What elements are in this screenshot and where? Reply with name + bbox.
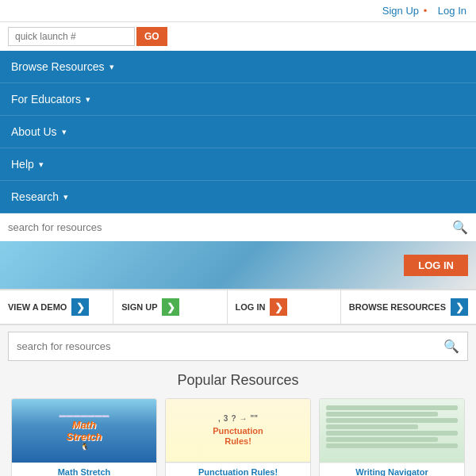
nav-overlay: Browse Resources ▾ For Educators ▾ About… xyxy=(0,51,476,241)
chevron-down-icon: ▾ xyxy=(39,159,44,170)
quick-launch-go-button[interactable]: GO xyxy=(136,27,167,46)
nav-item-for-educators[interactable]: For Educators ▾ xyxy=(0,83,476,116)
punctuation-rules-label: Punctuation Rules! xyxy=(166,463,310,476)
view-demo-label: VIEW A DEMO xyxy=(8,302,67,312)
nav-item-browse-resources[interactable]: Browse Resources ▾ xyxy=(0,51,476,83)
view-demo-arrow-icon: ❯ xyxy=(71,298,89,316)
chevron-down-icon: ▾ xyxy=(109,62,114,72)
quick-launch-bar: GO xyxy=(0,21,476,51)
log-in-label: LOG IN xyxy=(236,302,266,312)
login-link[interactable]: Log In xyxy=(438,5,466,17)
browse-resources-arrow-icon: ❯ xyxy=(451,298,468,316)
main-search-bar: 🔍 xyxy=(8,332,468,361)
action-bar: VIEW A DEMO ❯ SIGN UP ❯ LOG IN ❯ BROWSE … xyxy=(0,289,476,325)
resource-card-punctuation-rules[interactable]: , 3 ? → "" PunctuationRules! Punctuation… xyxy=(165,398,311,476)
sign-up-label: SIGN UP xyxy=(121,302,157,312)
browse-resources-label: BROWSE RESOURCES xyxy=(349,302,446,312)
main-search-input[interactable] xyxy=(17,340,443,352)
writing-navigator-thumbnail xyxy=(320,399,464,463)
resource-cards-container: ▬▬▬▬▬▬▬ MathStretch 🐧 Math Stretch , 3 ?… xyxy=(8,398,468,476)
chevron-down-icon: ▾ xyxy=(86,94,90,105)
quick-launch-input[interactable] xyxy=(8,27,135,46)
log-in-item[interactable]: LOG IN ❯ xyxy=(228,290,341,324)
search-icon: 🔍 xyxy=(452,220,468,235)
signup-link[interactable]: Sign Up xyxy=(382,5,419,17)
chevron-down-icon: ▾ xyxy=(63,192,68,202)
chevron-down-icon: ▾ xyxy=(62,127,67,137)
separator-dot: • xyxy=(424,5,428,17)
log-in-arrow-icon: ❯ xyxy=(270,298,287,316)
hero-banner: LOG IN xyxy=(0,241,476,289)
resource-card-writing-navigator[interactable]: Writing Navigator xyxy=(319,398,465,476)
nav-item-help[interactable]: Help ▾ xyxy=(0,148,476,181)
popular-resources-section: Popular Resources ▬▬▬▬▬▬▬ MathStretch 🐧 … xyxy=(0,364,476,476)
sign-up-item[interactable]: SIGN UP ❯ xyxy=(113,290,227,324)
writing-navigator-label: Writing Navigator xyxy=(320,463,464,476)
sign-up-arrow-icon: ❯ xyxy=(162,298,179,316)
browse-resources-item[interactable]: BROWSE RESOURCES ❯ xyxy=(341,290,476,324)
nav-item-research[interactable]: Research ▾ xyxy=(0,181,476,213)
math-stretch-thumbnail: ▬▬▬▬▬▬▬ MathStretch 🐧 xyxy=(12,399,156,463)
search-icon: 🔍 xyxy=(443,339,459,354)
resource-card-math-stretch[interactable]: ▬▬▬▬▬▬▬ MathStretch 🐧 Math Stretch xyxy=(11,398,157,476)
view-demo-item[interactable]: VIEW A DEMO ❯ xyxy=(0,290,113,324)
math-stretch-label: Math Stretch xyxy=(12,463,156,476)
nav-item-about-us[interactable]: About Us ▾ xyxy=(0,116,476,148)
punct-icons: , 3 ? → "" xyxy=(218,414,258,423)
punctuation-rules-thumbnail: , 3 ? → "" PunctuationRules! xyxy=(166,399,310,463)
hero-cta-button[interactable]: LOG IN xyxy=(404,255,468,276)
nav-search-bar: 🔍 xyxy=(0,213,476,241)
top-bar: Sign Up • Log In xyxy=(0,0,476,21)
popular-resources-title: Popular Resources xyxy=(8,372,468,389)
nav-search-input[interactable] xyxy=(8,221,452,233)
